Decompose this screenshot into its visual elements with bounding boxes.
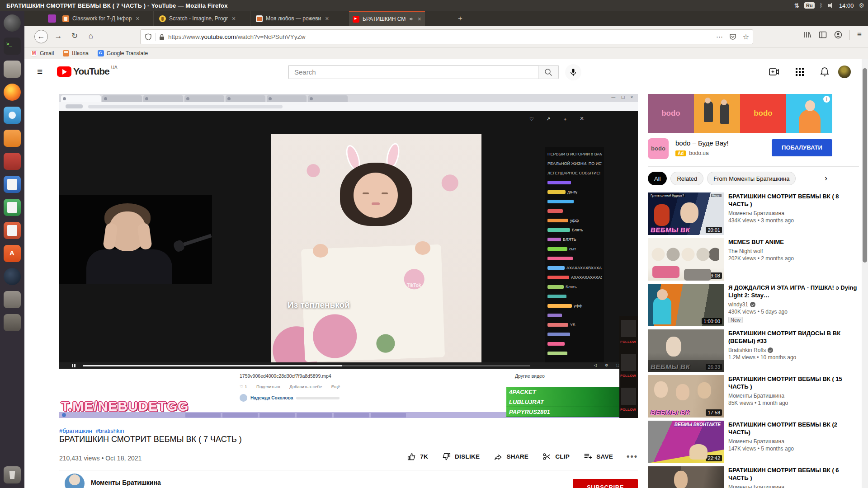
apps-grid-icon[interactable] (794, 66, 805, 77)
related-channel[interactable]: The Night wolf (728, 248, 859, 254)
keyboard-layout-indicator[interactable]: Ru (804, 2, 815, 9)
ad-logo[interactable]: bodo (648, 138, 669, 159)
filter-chip[interactable]: All (648, 172, 667, 185)
sidebar-toggle-icon[interactable] (819, 31, 827, 39)
new-tab-button[interactable]: + (455, 14, 466, 23)
related-video-item[interactable]: 1:00:00 Я ДОЖДАЛСЯ И ЭТА ИГРА - ПУШКА! ɔ… (648, 284, 862, 326)
related-thumbnail[interactable]: 1:00:00 (648, 284, 724, 326)
related-video-item[interactable]: ВЕБМЫ ВК 17:58 БРАТИШКИН СМОТРИТ ВЕБМЫ В… (648, 375, 862, 418)
related-video-item[interactable]: Гулять со мной будешь? Несет ВЕБМЫ ВК 20… (648, 192, 862, 235)
related-title[interactable]: БРАТИШКИН СМОТРИТ ВЕБМЫ ВК ( 15 ЧАСТЬ ) (728, 375, 859, 390)
dock-icon[interactable] (4, 176, 21, 193)
hashtag-link[interactable]: #братишкин (59, 427, 92, 434)
related-channel[interactable]: Моменты Братишкина (728, 438, 859, 445)
account-avatar[interactable] (838, 66, 851, 78)
progress-bar[interactable] (83, 365, 530, 366)
scrollbar-thumb[interactable] (863, 68, 867, 263)
tab-audio-icon[interactable] (409, 16, 414, 22)
dock-icon[interactable] (4, 268, 21, 285)
reload-button[interactable]: ↻ (68, 30, 81, 43)
share-button[interactable]: SHARE (493, 452, 528, 461)
save-button[interactable]: SAVE (583, 452, 613, 461)
page-scrollbar[interactable] (862, 59, 868, 488)
filter-chip[interactable]: Related (670, 172, 703, 185)
dock-icon[interactable] (4, 61, 21, 78)
vk-player-controls[interactable]: ◁ ⚙ ⛶ (59, 362, 638, 369)
tab-close-icon[interactable]: × (136, 15, 139, 22)
dock-icon[interactable] (4, 14, 21, 32)
related-thumbnail[interactable]: ВЕБМЫ ВКОНТАКТЕ 22:42 (648, 421, 724, 463)
related-video-item[interactable]: ВЕБМЫ ВК 26:33 БРАТИШКИН СМОТРИТ ВИДОСЫ … (648, 329, 862, 372)
tab-close-icon[interactable]: × (232, 15, 236, 22)
voice-search-button[interactable] (565, 64, 581, 80)
bookmark-item[interactable]: Школа (63, 50, 88, 56)
related-channel[interactable]: Моменты Братишкина (728, 393, 859, 399)
dock-icon[interactable] (4, 245, 21, 262)
url-text[interactable]: https://www.youtube.com/watch?v=NcPSuhVY… (168, 33, 306, 40)
related-thumbnail[interactable]: Гулять со мной будешь? Несет ВЕБМЫ ВК 20… (648, 192, 724, 235)
browser-tab[interactable]: БРАТИШКИН СМОТР × (349, 11, 425, 26)
tab-close-icon[interactable]: × (418, 15, 421, 23)
chips-scroll-arrow[interactable]: › (825, 174, 827, 183)
account-icon[interactable] (834, 31, 842, 39)
related-title[interactable]: БРАТИШКИН СМОТРИТ ВИДОСЫ В ВК (ВЕБМЫ) #3… (728, 329, 859, 345)
search-input[interactable] (289, 66, 538, 79)
related-thumbnail[interactable] (648, 466, 724, 488)
related-channel[interactable]: Bratishkin Rofls (728, 347, 859, 353)
hashtag-link[interactable]: #bratishkin (96, 427, 124, 434)
related-title[interactable]: БРАТИШКИН СМОТРИТ ВЕБМЫ ВК ( 8 ЧАСТЬ ) (728, 192, 859, 208)
dock-icon[interactable] (4, 199, 21, 216)
related-title[interactable]: MEMES BUT ANIME (728, 238, 859, 246)
ad-banner[interactable]: bodo bodo (648, 94, 832, 133)
related-title[interactable]: БРАТИШКИН СМОТРИТ ВЕБМЫ ВК (2 ЧАСТЬ) (728, 421, 859, 436)
bookmark-item[interactable]: Google Translate (98, 50, 148, 56)
clock[interactable]: 14:00 (839, 2, 854, 9)
dock-icon[interactable] (4, 291, 21, 308)
pause-icon[interactable] (72, 364, 73, 367)
bookmark-item[interactable]: Gmail (31, 50, 54, 56)
power-menu-icon[interactable]: ⚙ (859, 2, 864, 9)
page-actions-icon[interactable]: ⋯ (716, 33, 723, 41)
search-box[interactable] (288, 65, 538, 79)
menu-icon[interactable]: ≡ (857, 30, 862, 39)
guide-menu-icon[interactable]: ≡ (37, 66, 42, 77)
player-right-icons[interactable]: ◁ ⚙ ⛶ (594, 363, 623, 368)
pinned-tab[interactable] (48, 14, 56, 23)
browser-tab[interactable]: Scratch - Imagine, Progr × (156, 11, 250, 26)
related-video-item[interactable]: ВЕБМЫ ВКОНТАКТЕ 22:42 БРАТИШКИН СМОТРИТ … (648, 421, 862, 463)
lock-icon[interactable] (159, 34, 165, 40)
volume-icon[interactable] (828, 3, 834, 8)
create-video-icon[interactable] (769, 66, 779, 77)
browser-tab[interactable]: Classwork for 7-Д Інфор × (59, 11, 154, 26)
url-bar[interactable]: https://www.youtube.com/watch?v=NcPSuhVY… (140, 29, 753, 44)
search-button[interactable] (538, 65, 559, 79)
network-icon[interactable]: ⇅ (794, 2, 799, 9)
clip-button[interactable]: CLIP (542, 452, 570, 461)
tab-close-icon[interactable]: × (325, 15, 329, 22)
youtube-logo[interactable]: YouTube UA (57, 66, 118, 77)
related-video-item[interactable]: 9:08 MEMES BUT ANIME The Night wolf 202K… (648, 238, 862, 281)
bookmark-star-icon[interactable]: ☆ (743, 33, 749, 41)
dock-icon[interactable] (4, 84, 21, 101)
bluetooth-icon[interactable]: ᛒ (820, 2, 823, 9)
ad-info-icon[interactable]: i (823, 96, 830, 103)
ad-title[interactable]: bodo – Буде Вау! (675, 139, 729, 147)
dock-icon[interactable] (4, 222, 21, 239)
library-icon[interactable] (803, 31, 811, 39)
forward-button[interactable]: → (52, 30, 65, 43)
subscribe-button[interactable]: SUBSCRIBE (573, 479, 638, 488)
trash-icon[interactable] (4, 466, 21, 483)
tracking-shield-icon[interactable] (145, 33, 151, 40)
related-thumbnail[interactable]: ВЕБМЫ ВК 17:58 (648, 375, 724, 418)
related-thumbnail[interactable]: ВЕБМЫ ВК 26:33 (648, 329, 724, 372)
related-channel[interactable]: Моменты Братишкина (728, 210, 859, 216)
related-title[interactable]: Я ДОЖДАЛСЯ И ЭТА ИГРА - ПУШКА! ɔ Dying L… (728, 284, 859, 299)
related-thumbnail[interactable]: 9:08 (648, 238, 724, 281)
pocket-icon[interactable] (729, 33, 736, 40)
related-video-item[interactable]: БРАТИШКИН СМОТРИТ ВЕБМЫ ВК ( 6 ЧАСТЬ ) М… (648, 466, 862, 488)
filter-chip[interactable]: From Моменты Братишкина (707, 172, 796, 185)
dislike-button[interactable]: DISLIKE (442, 452, 480, 461)
channel-name[interactable]: Моменты Братишкина (91, 479, 161, 486)
channel-avatar[interactable] (65, 474, 85, 488)
dock-icon[interactable] (4, 38, 21, 55)
